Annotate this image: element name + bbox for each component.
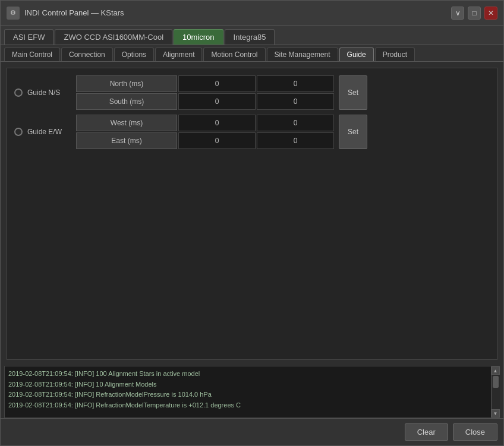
guide-ew-label: Guide E/W [27,128,62,136]
south-value1: 0 [178,93,256,110]
west-row: West (ms) 0 0 [76,115,334,131]
sub-tabs: Main Control Connection Options Alignmen… [1,45,503,62]
south-label: South (ms) [76,93,177,110]
set-ns-button[interactable]: Set [339,75,367,110]
guide-ew-controls: West (ms) 0 0 East (ms) 0 0 [76,115,334,149]
north-value1: 0 [178,75,256,92]
scroll-thumb[interactable] [493,376,499,388]
main-window: ⚙ INDI Control Panel — KStars ∨ □ ✕ ASI … [0,0,504,446]
north-value2: 0 [257,75,334,92]
south-row: South (ms) 0 0 [76,93,334,110]
log-line-2: 2019-02-08T21:09:54: [INFO] 10 Alignment… [8,379,487,390]
west-label: West (ms) [76,115,177,131]
tab-options[interactable]: Options [114,48,154,61]
log-scrollbar[interactable]: ▲ ▼ [491,366,499,417]
east-row: East (ms) 0 0 [76,132,334,149]
west-value2: 0 [257,115,334,131]
title-bar: ⚙ INDI Control Panel — KStars ∨ □ ✕ [1,1,503,26]
window-title: INDI Control Panel — KStars [24,8,124,17]
log-line-1: 2019-02-08T21:09:54: [INFO] 100 Alignmen… [8,369,487,379]
tab-asi-efw[interactable]: ASI EFW [4,29,53,45]
north-row: North (ms) 0 0 [76,75,334,92]
minimize-button[interactable]: ∨ [451,7,464,20]
tab-product[interactable]: Product [375,48,415,61]
north-label: North (ms) [76,75,177,92]
tab-integra85[interactable]: Integra85 [225,29,275,45]
device-tabs: ASI EFW ZWO CCD ASI1600MM-Cool 10micron … [1,26,503,45]
tab-zwo-ccd[interactable]: ZWO CCD ASI1600MM-Cool [55,29,172,45]
guide-ew-label-col: Guide E/W [14,128,74,136]
guide-ns-section: Guide N/S North (ms) 0 0 South (ms) 0 0 … [14,75,490,110]
guide-panel: Guide N/S North (ms) 0 0 South (ms) 0 0 … [7,68,497,360]
window-controls: ∨ □ ✕ [451,7,497,20]
maximize-button[interactable]: □ [468,7,481,20]
log-line-3: 2019-02-08T21:09:54: [INFO] RefractionMo… [8,390,487,400]
log-line-4: 2019-02-08T21:09:54: [INFO] RefractionMo… [8,400,487,411]
log-container: 2019-02-08T21:09:54: [INFO] 100 Alignmen… [4,366,500,418]
tab-10micron[interactable]: 10micron [174,29,223,45]
guide-ns-controls: North (ms) 0 0 South (ms) 0 0 [76,75,334,110]
south-value2: 0 [257,93,334,110]
tab-guide[interactable]: Guide [339,48,374,61]
guide-ns-label: Guide N/S [27,88,60,97]
clear-button[interactable]: Clear [405,423,448,441]
set-ew-button[interactable]: Set [339,115,367,149]
close-button[interactable]: Close [453,423,497,441]
app-icon: ⚙ [7,7,20,20]
guide-ns-radio[interactable] [14,88,23,97]
close-window-button[interactable]: ✕ [484,7,497,20]
tab-alignment[interactable]: Alignment [155,48,202,61]
log-area: 2019-02-08T21:09:54: [INFO] 100 Alignmen… [5,366,491,417]
guide-ew-radio[interactable] [14,128,23,136]
tab-motion-control[interactable]: Motion Control [203,48,265,61]
scroll-up-arrow[interactable]: ▲ [492,366,500,375]
scroll-track [492,375,500,409]
guide-ew-section: Guide E/W West (ms) 0 0 East (ms) 0 0 Se… [14,115,490,149]
scroll-down-arrow[interactable]: ▼ [492,409,500,417]
tab-connection[interactable]: Connection [61,48,113,61]
guide-ns-label-col: Guide N/S [14,88,74,97]
bottom-bar: Clear Close [1,418,503,445]
west-value1: 0 [178,115,256,131]
main-content: Guide N/S North (ms) 0 0 South (ms) 0 0 … [1,62,503,366]
tab-site-management[interactable]: Site Management [267,48,338,61]
tab-main-control[interactable]: Main Control [4,48,60,61]
east-label: East (ms) [76,132,177,149]
east-value2: 0 [257,132,334,149]
title-bar-left: ⚙ INDI Control Panel — KStars [7,7,124,20]
east-value1: 0 [178,132,256,149]
